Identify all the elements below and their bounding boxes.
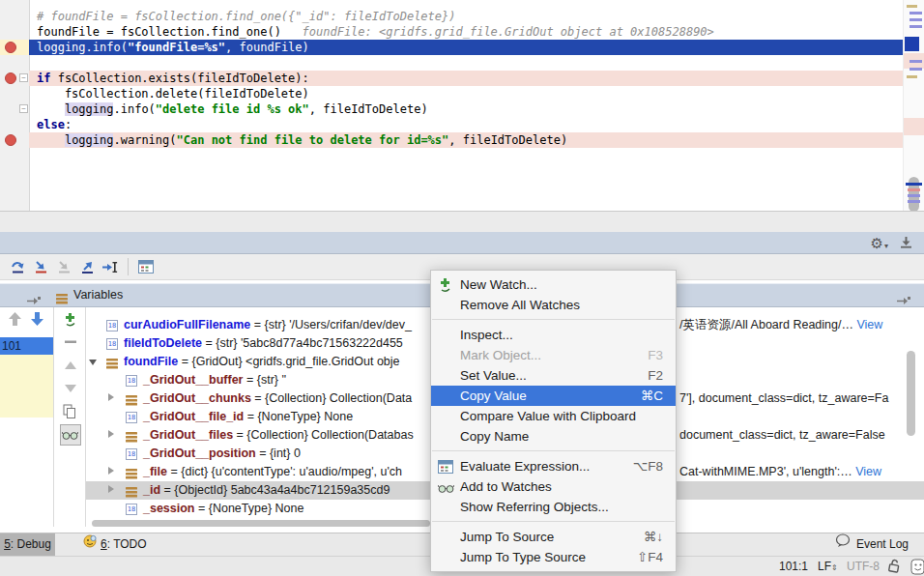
menu-item-show-referring-objects[interactable]: Show Referring Objects... bbox=[431, 497, 676, 517]
code-text: logging.warning("Can not find file to de… bbox=[37, 132, 567, 148]
variable-name: curAudioFullFilename bbox=[124, 318, 250, 331]
line-separator-selector[interactable]: LF⇕ bbox=[818, 557, 838, 576]
menu-separator bbox=[432, 521, 675, 522]
code-text: logging.info("delete file id %s ok", fil… bbox=[37, 101, 428, 117]
error-stripe[interactable] bbox=[903, 0, 924, 211]
code-text: fsCollection.delete(fileIdToDelete) bbox=[37, 86, 309, 101]
menu-item-new-watch[interactable]: New Watch... bbox=[431, 274, 676, 295]
menu-item-remove-all-watches[interactable]: Remove All Watches bbox=[431, 295, 676, 315]
menu-item-inspect[interactable]: Inspect... bbox=[431, 325, 676, 345]
hide-toolwindow-icon[interactable] bbox=[900, 235, 912, 252]
code-line[interactable]: # foundFile = fsCollection.find_one({"_i… bbox=[0, 9, 924, 24]
vertical-scrollbar-thumb[interactable] bbox=[907, 351, 915, 436]
menu-item-evaluate-expression[interactable]: Evaluate Expression...⌥F8 bbox=[431, 456, 676, 476]
copy-button[interactable] bbox=[54, 400, 86, 423]
variable-text: fileIdToDelete = {str} '5abc8d77a4bc7156… bbox=[124, 334, 403, 353]
code-line[interactable]: fsCollection.delete(fileIdToDelete) bbox=[0, 86, 924, 101]
variable-text: _id = {ObjectId} 5abc43a4a4bc712159a35cd… bbox=[143, 481, 390, 500]
tab-todo[interactable]: 6: TODO bbox=[83, 533, 147, 556]
code-line[interactable]: − logging.info("delete file id %s ok", f… bbox=[0, 101, 924, 117]
inspections-profile-icon[interactable] bbox=[910, 559, 924, 576]
stripe-mark bbox=[908, 188, 920, 191]
variable-value-continued: /英语资源/All Aboard Reading/… View bbox=[679, 316, 882, 334]
variable-value: = {Collection} Collection(Data bbox=[251, 391, 412, 405]
variable-value: = {str} '5abc8d77a4bc71563222d455 bbox=[202, 336, 403, 350]
menu-item-label: Set Value... bbox=[460, 368, 527, 383]
pycharm-debug-window: # foundFile = fsCollection.find_one({"_i… bbox=[0, 0, 924, 576]
run-to-cursor-icon bbox=[101, 259, 119, 275]
stripe-mark bbox=[910, 18, 922, 21]
menu-item-jump-to-source[interactable]: Jump To Source⌘↓ bbox=[431, 527, 676, 547]
step-out-button[interactable] bbox=[75, 256, 99, 277]
evaluate-expression-button[interactable] bbox=[134, 256, 158, 277]
variable-text: _GridOut__chunks = {Collection} Collecti… bbox=[143, 389, 412, 408]
code-fold-icon[interactable]: − bbox=[19, 73, 28, 82]
expand-arrow-icon[interactable] bbox=[108, 393, 114, 401]
variable-value: = {str} '' bbox=[244, 373, 287, 387]
frame-up-icon[interactable] bbox=[9, 312, 21, 330]
step-into-button[interactable] bbox=[29, 256, 52, 277]
menu-item-add-to-watches[interactable]: Add to Watches bbox=[431, 476, 676, 497]
event-log-label: Event Log bbox=[856, 533, 909, 556]
caret-position[interactable]: 101:1 bbox=[779, 557, 808, 576]
stripe-mark bbox=[906, 183, 922, 186]
code-line[interactable]: foundFile = fsCollection.find_one() foun… bbox=[0, 24, 924, 40]
variables-tab-label[interactable]: Variables bbox=[73, 288, 123, 302]
code-editor[interactable]: # foundFile = fsCollection.find_one({"_i… bbox=[0, 0, 924, 211]
move-up-button[interactable] bbox=[54, 354, 86, 377]
menu-item-compare-value-with-clipboard[interactable]: Compare Value with Clipboard bbox=[431, 406, 676, 426]
code-line[interactable]: −if fsCollection.exists(fileIdToDelete): bbox=[0, 71, 924, 86]
primitive-variable-icon: 18 bbox=[126, 448, 137, 460]
menu-item-shortcut: F3 bbox=[648, 345, 663, 365]
stripe-mark bbox=[905, 37, 919, 51]
variable-text: _file = {dict} {u'contentType': u'audio/… bbox=[143, 463, 402, 481]
menu-item-jump-to-type-source[interactable]: Jump To Type Source⇧F4 bbox=[431, 547, 676, 567]
settings-gear-icon[interactable]: ⚙▾ bbox=[871, 235, 888, 252]
frame-down-icon[interactable] bbox=[31, 312, 43, 330]
primitive-variable-icon: 18 bbox=[106, 338, 118, 350]
menu-item-copy-name[interactable]: Copy Name bbox=[431, 426, 676, 446]
step-over-button[interactable] bbox=[6, 256, 29, 277]
frames-library-area bbox=[0, 355, 53, 418]
view-value-link[interactable]: View bbox=[852, 465, 881, 478]
code-line[interactable] bbox=[0, 55, 924, 71]
run-to-cursor-button[interactable] bbox=[99, 256, 122, 277]
add-watch-button[interactable] bbox=[54, 307, 86, 331]
variable-text: _GridOut__file_id = {NoneType} None bbox=[143, 408, 353, 426]
expand-arrow-icon[interactable] bbox=[108, 467, 114, 475]
frame-list-item[interactable]: 101 bbox=[0, 337, 53, 355]
variable-value-continued: Cat-withMIME.MP3', u'length':… View bbox=[679, 463, 881, 481]
variable-value-continued: 7'], document_class=dict, tz_aware=Fa bbox=[679, 389, 888, 408]
breakpoint-icon[interactable] bbox=[5, 42, 16, 53]
primitive-variable-icon: 18 bbox=[126, 412, 137, 423]
code-fold-icon[interactable]: − bbox=[19, 104, 28, 113]
horizontal-scrollbar-thumb[interactable] bbox=[92, 520, 430, 527]
menu-item-label: Evaluate Expression... bbox=[460, 459, 590, 474]
force-step-into-icon bbox=[56, 259, 72, 275]
remove-watch-button[interactable] bbox=[54, 331, 86, 354]
event-log-button[interactable]: Event Log bbox=[835, 533, 909, 556]
force-step-into-button[interactable] bbox=[52, 256, 75, 277]
collapse-arrow-icon[interactable] bbox=[89, 360, 97, 365]
expand-arrow-icon[interactable] bbox=[108, 485, 114, 493]
code-line[interactable]: logging.info("foundFile=%s", foundFile) bbox=[0, 40, 924, 55]
menu-item-label: Add to Watches bbox=[460, 479, 552, 494]
view-value-link[interactable]: View bbox=[853, 318, 882, 331]
menu-item-copy-value[interactable]: Copy Value⌘C bbox=[431, 386, 676, 406]
tab-debug[interactable]: 5: Debug bbox=[0, 533, 55, 556]
show-watches-button[interactable] bbox=[54, 423, 86, 446]
frames-panel: 101 bbox=[0, 307, 54, 527]
file-encoding[interactable]: UTF-8 bbox=[847, 557, 880, 576]
todo-tab-number: 6 bbox=[101, 537, 107, 551]
primitive-variable-icon: 18 bbox=[126, 375, 137, 387]
breakpoint-icon[interactable] bbox=[5, 72, 16, 84]
move-down-button[interactable] bbox=[54, 377, 86, 400]
expand-arrow-icon[interactable] bbox=[108, 430, 114, 438]
breakpoint-icon[interactable] bbox=[5, 134, 16, 146]
editor-debug-splitter[interactable] bbox=[0, 211, 924, 232]
lock-icon[interactable] bbox=[887, 559, 901, 576]
code-line[interactable]: else: bbox=[0, 117, 924, 132]
menu-item-set-value[interactable]: Set Value...F2 bbox=[431, 365, 676, 386]
code-line[interactable]: logging.warning("Can not find file to de… bbox=[0, 132, 924, 148]
variable-name: _id bbox=[143, 483, 160, 497]
